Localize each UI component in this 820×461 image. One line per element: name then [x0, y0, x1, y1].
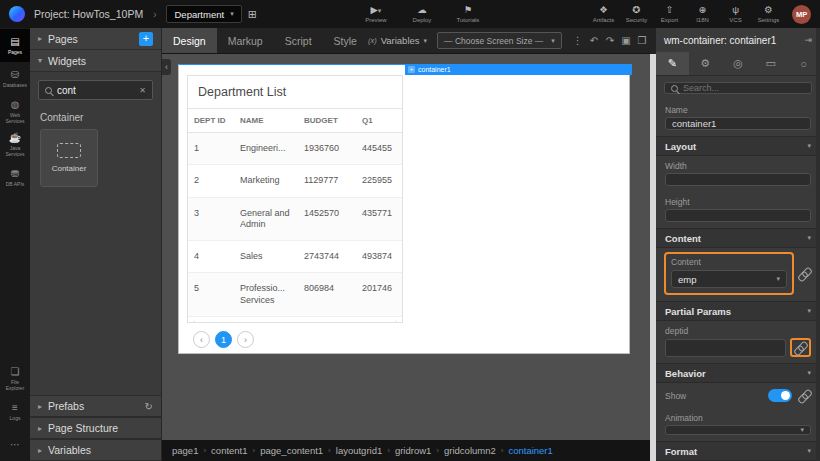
section-format[interactable]: Format ▾ [656, 441, 820, 461]
dock-panel-icon[interactable]: ⇥ [804, 35, 812, 45]
redo-icon[interactable]: ↷ [602, 28, 618, 53]
tab-properties[interactable]: ✎ [656, 52, 689, 75]
bind-content-icon[interactable] [798, 267, 811, 280]
variables-menu[interactable]: (x) Variables ▾ [368, 28, 427, 53]
tab-script[interactable]: Script [274, 28, 323, 53]
settings-button[interactable]: ⚙ Settings [752, 5, 785, 23]
height-input[interactable] [665, 209, 811, 222]
copy-icon[interactable]: ❐ [634, 28, 650, 53]
rail-item-logs[interactable]: ≡ Logs [0, 395, 30, 428]
kebab-menu-icon[interactable]: ⋮ [570, 28, 586, 53]
bind-deptid-icon[interactable] [794, 341, 807, 354]
show-toggle[interactable] [768, 389, 792, 402]
vcs-button[interactable]: ψ VCS [719, 5, 752, 23]
pages-accordion-header[interactable]: ▸ Pages + [30, 28, 161, 50]
tab-events[interactable]: ▭ [754, 52, 787, 75]
deptid-input[interactable] [665, 339, 786, 357]
preview-icon: ▶ [371, 4, 378, 15]
variables-accordion-header[interactable]: ▸ Variables [30, 439, 161, 461]
security-button[interactable]: ✪ Security [620, 5, 653, 23]
column-header[interactable]: BUDGET [298, 109, 356, 133]
rail-item-web-services[interactable]: ◍ Web Services [0, 95, 30, 128]
tutorials-button[interactable]: ⚑ Tutorials [445, 5, 491, 23]
clear-search-icon[interactable]: ✕ [139, 86, 146, 95]
properties-search-box[interactable] [664, 82, 812, 94]
rail-item-databases[interactable]: ⛁ Databases [0, 62, 30, 95]
section-content[interactable]: Content ▾ [656, 228, 820, 248]
plus-icon[interactable]: + [408, 66, 415, 73]
deploy-button[interactable]: ☁ Deploy [399, 5, 445, 23]
rail-item-pages[interactable]: ▤ Pages [0, 29, 30, 62]
table-row[interactable]: 4 Sales 2743744 493874 [188, 241, 402, 273]
rail-item-db-apis[interactable]: ⛃ DB APIs [0, 161, 30, 194]
canvas-page[interactable]: + container1 Department List DEPT ID NAM… [178, 64, 630, 354]
section-layout[interactable]: Layout ▾ [656, 136, 820, 156]
department-list-card[interactable]: Department List DEPT ID NAME BUDGET Q1 [187, 75, 403, 323]
page-selector-dropdown[interactable]: Department ▾ [166, 5, 241, 23]
save-icon[interactable]: ▣ [618, 28, 634, 53]
refresh-icon[interactable]: ↻ [145, 401, 153, 412]
content-select[interactable]: emp ▾ [671, 270, 787, 288]
section-partial-params-label: Partial Params [665, 306, 731, 317]
artifacts-button[interactable]: ❖ Artifacts [587, 5, 620, 23]
widgets-accordion-header[interactable]: ▾ Widgets [30, 50, 161, 72]
tab-markup[interactable]: Markup [217, 28, 274, 53]
undo-icon[interactable]: ↶ [586, 28, 602, 53]
content-label: Content [671, 257, 787, 267]
properties-search-input[interactable] [683, 83, 805, 93]
selected-container-tag[interactable]: + container1 [405, 64, 632, 75]
section-partial-params[interactable]: Partial Params ▾ [656, 301, 820, 321]
breadcrumb-item[interactable]: layoutgrid1 [336, 445, 382, 456]
table-row[interactable]: 5 Professio... Services 806984 201746 [188, 273, 402, 317]
next-page-button[interactable]: › [237, 331, 254, 348]
breadcrumb-item[interactable]: content1 [211, 445, 247, 456]
design-canvas[interactable]: ‹ + container1 Department List DEPT ID N… [162, 54, 650, 440]
breadcrumb-item[interactable]: gridcolumn2 [444, 445, 496, 456]
tab-security[interactable]: ○ [787, 52, 820, 75]
tab-accessibility[interactable]: ◎ [722, 52, 755, 75]
tab-style[interactable]: Style [323, 28, 368, 53]
current-page-button[interactable]: 1 [215, 331, 232, 348]
breadcrumb-item[interactable]: page_content1 [260, 445, 323, 456]
scroll-right-icon[interactable]: › [395, 318, 398, 323]
name-input[interactable] [665, 117, 811, 130]
data-table[interactable]: DEPT ID NAME BUDGET Q1 1 Engineeri... 19… [188, 109, 402, 317]
rail-label: Web Services [1, 112, 29, 124]
export-button[interactable]: ⇧ Export [653, 5, 686, 23]
widget-search-box[interactable]: ✕ [38, 80, 153, 100]
previous-page-button[interactable]: ‹ [193, 331, 210, 348]
breadcrumb-item[interactable]: gridrow1 [395, 445, 431, 456]
column-header[interactable]: Q1 [356, 109, 402, 133]
page-structure-accordion-header[interactable]: ▸ Page Structure [30, 417, 161, 439]
width-input[interactable] [665, 173, 811, 186]
rail-item-java-services[interactable]: ☕ Java Services [0, 128, 30, 161]
section-behavior[interactable]: Behavior ▾ [656, 363, 820, 383]
table-row[interactable]: 3 General and Admin 1452570 435771 [188, 197, 402, 241]
grid-view-icon[interactable]: ⊞ [248, 8, 257, 21]
rail-item-more[interactable]: ⋯ [0, 428, 30, 461]
column-header[interactable]: DEPT ID [188, 109, 234, 133]
prefabs-accordion-header[interactable]: ▸ Prefabs ↻ [30, 395, 161, 417]
bind-show-icon[interactable] [798, 389, 811, 402]
chevron-right-icon: › [203, 446, 206, 455]
tab-design[interactable]: Design [162, 28, 217, 53]
table-row[interactable]: 1 Engineeri... 1936760 445455 [188, 133, 402, 165]
user-avatar[interactable]: MP [792, 5, 811, 24]
i18n-button[interactable]: ⊕ I18N [686, 5, 719, 23]
container-widget-tile[interactable]: Container [40, 129, 98, 187]
collapse-left-panel-handle[interactable]: ‹ [162, 59, 171, 75]
breadcrumb-item-current[interactable]: container1 [508, 445, 552, 456]
rail-item-file-explorer[interactable]: ❏ File Explorer [0, 362, 30, 395]
rail-label: DB APIs [6, 181, 25, 187]
table-row[interactable]: 2 Marketing 1129777 225955 [188, 165, 402, 197]
breadcrumb-item[interactable]: page1 [172, 445, 198, 456]
widget-search-input[interactable] [57, 85, 134, 96]
scroll-left-icon[interactable]: ‹ [192, 318, 195, 323]
column-header[interactable]: NAME [234, 109, 298, 133]
add-page-button[interactable]: + [139, 32, 153, 46]
table-header-row: DEPT ID NAME BUDGET Q1 [188, 109, 402, 133]
screen-size-select[interactable]: — Choose Screen Size — ▾ [437, 32, 562, 49]
animation-select[interactable]: ▾ [665, 425, 811, 435]
preview-button[interactable]: ▶▾ Preview [353, 5, 399, 23]
tab-styles[interactable]: ⚙ [689, 52, 722, 75]
